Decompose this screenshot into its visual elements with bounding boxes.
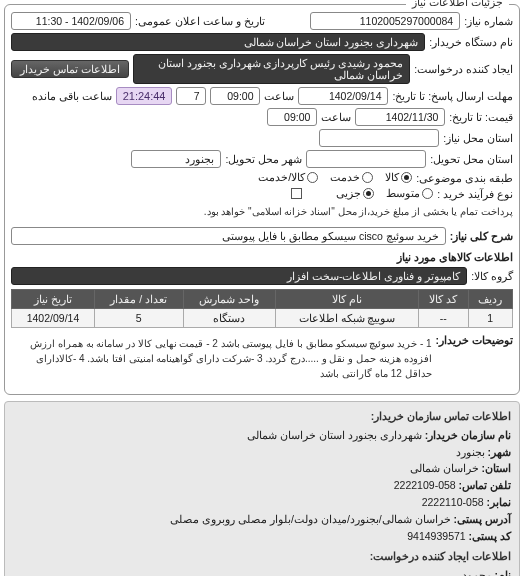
- radio-icon: [401, 172, 412, 183]
- treasury-checkbox[interactable]: [291, 188, 302, 199]
- buy-partial-radio[interactable]: جزیی: [336, 187, 374, 200]
- radio-icon: [422, 188, 433, 199]
- th-unit: واحد شمارش: [183, 290, 276, 309]
- table-header-row: ردیف کد کالا نام کالا واحد شمارش تعداد /…: [12, 290, 513, 309]
- cell-code: --: [418, 309, 468, 328]
- deadline-date: 1402/09/14: [298, 87, 388, 105]
- contact-title: اطلاعات تماس سازمان خریدار:: [13, 408, 511, 425]
- th-idx: ردیف: [468, 290, 512, 309]
- remaining-caption: ساعت باقی مانده: [32, 90, 112, 102]
- need-state-value: [319, 129, 439, 147]
- deliv-city-value: بجنورد: [131, 150, 221, 168]
- cell-unit: دستگاه: [183, 309, 276, 328]
- time-label-1: ساعت: [264, 90, 294, 102]
- cell-qty: 5: [94, 309, 183, 328]
- budget-goods-services-radio[interactable]: کالا/خدمت: [258, 171, 318, 184]
- th-name: نام کالا: [276, 290, 419, 309]
- budget-goods-radio[interactable]: کالا: [385, 171, 412, 184]
- state-v: خراسان شمالی: [410, 462, 479, 474]
- buy-type-label: نوع فرآیند خرید :: [437, 188, 513, 200]
- cell-idx: 1: [468, 309, 512, 328]
- until-date: 1402/11/30: [355, 108, 445, 126]
- budget-services-radio[interactable]: خدمت: [330, 171, 373, 184]
- requester-label: ایجاد کننده درخواست:: [414, 63, 513, 75]
- deliv-state-label: استان محل تحویل:: [430, 153, 513, 165]
- tel-k: تلفن تماس:: [459, 479, 511, 491]
- buyer-org-value: شهرداری بجنورد استان خراسان شمالی: [11, 33, 425, 51]
- radio-icon: [307, 172, 318, 183]
- th-code: کد کالا: [418, 290, 468, 309]
- goods-table: ردیف کد کالا نام کالا واحد شمارش تعداد /…: [11, 289, 513, 328]
- table-row: 1 -- سوییچ شبکه اطلاعات دستگاه 5 1402/09…: [12, 309, 513, 328]
- contact-box: اطلاعات تماس سازمان خریدار: نام سازمان خ…: [4, 401, 520, 576]
- fax-k: نمابر:: [487, 496, 512, 508]
- radio-icon: [362, 172, 373, 183]
- until-label: قیمت: تا تاریخ:: [449, 111, 513, 123]
- name-v: محمود: [462, 569, 492, 576]
- creator-title: اطلاعات ایجاد کننده درخواست:: [13, 548, 511, 565]
- until-time: 09:00: [267, 108, 317, 126]
- goods-group-label: گروه کالا:: [471, 270, 513, 282]
- requester-value: محمود رشیدی رئیس کارپردازی شهرداری بجنور…: [133, 54, 410, 84]
- goods-group-value: کامپیوتر و فناوری اطلاعات-سخت افزار: [11, 267, 467, 285]
- org-name-k: نام سازمان خریدار:: [425, 429, 511, 441]
- address-k: آدرس پستی:: [454, 513, 511, 525]
- need-details-panel: جزئیات اطلاعات نیاز شماره نیاز: 11020052…: [4, 4, 520, 395]
- pay-note: پرداخت تمام یا بخشی از مبلغ خرید،از محل …: [204, 206, 513, 217]
- buyer-contact-button[interactable]: اطلاعات تماس خریدار: [11, 60, 129, 78]
- req-no-label: شماره نیاز:: [464, 15, 513, 27]
- need-state-label: استان محل نیاز:: [443, 132, 513, 144]
- state-k: استان:: [482, 462, 512, 474]
- remaining-time: 21:24:44: [116, 87, 173, 105]
- need-desc-value: خرید سوئیچ cisco سیسکو مطابق با فایل پیو…: [11, 227, 446, 245]
- tel-v: 058-2222109: [394, 479, 456, 491]
- explain-text: 1 - خرید سوئیچ سیسکو مطابق با فایل پیوست…: [11, 336, 432, 381]
- postal-k: کد پستی:: [469, 530, 511, 542]
- cell-date: 1402/09/14: [12, 309, 95, 328]
- goods-info-title: اطلاعات کالاهای مورد نیاز: [11, 251, 513, 264]
- th-date: تاریخ نیاز: [12, 290, 95, 309]
- deliv-state-value: [306, 150, 426, 168]
- radio-icon: [363, 188, 374, 199]
- city-v: بجنورد: [456, 446, 485, 458]
- city-k: شهر:: [488, 446, 512, 458]
- address-v: خراسان شمالی/بجنورد/میدان دولت/بلوار مصل…: [170, 513, 450, 525]
- need-desc-label: شرح کلی نیاز:: [450, 230, 513, 242]
- req-no-value: 1102005297000084: [310, 12, 460, 30]
- pub-dt-label: تاریخ و ساعت اعلان عمومی:: [135, 15, 265, 27]
- deliv-city-label: شهر محل تحویل:: [225, 153, 302, 165]
- remaining-days: 7: [176, 87, 206, 105]
- deadline-time: 09:00: [210, 87, 260, 105]
- postal-v: 9414939571: [407, 530, 465, 542]
- th-qty: تعداد / مقدار: [94, 290, 183, 309]
- cell-name: سوییچ شبکه اطلاعات: [276, 309, 419, 328]
- deadline-label: مهلت ارسال پاسخ: تا تاریخ:: [392, 90, 513, 102]
- time-label-2: ساعت: [321, 111, 351, 123]
- budget-class-label: طبقه بندی موضوعی:: [416, 172, 513, 184]
- org-name-v: شهرداری بجنورد استان خراسان شمالی: [247, 429, 422, 441]
- name-k: نام:: [495, 569, 512, 576]
- panel-title: جزئیات اطلاعات نیاز: [406, 0, 509, 9]
- buy-average-radio[interactable]: متوسط: [386, 187, 433, 200]
- pub-dt-value: 1402/09/06 - 11:30: [11, 12, 131, 30]
- fax-v: 058-2222110: [422, 496, 484, 508]
- buyer-org-label: نام دستگاه خریدار:: [429, 36, 513, 48]
- explain-label: توضیحات خریدار:: [436, 334, 513, 346]
